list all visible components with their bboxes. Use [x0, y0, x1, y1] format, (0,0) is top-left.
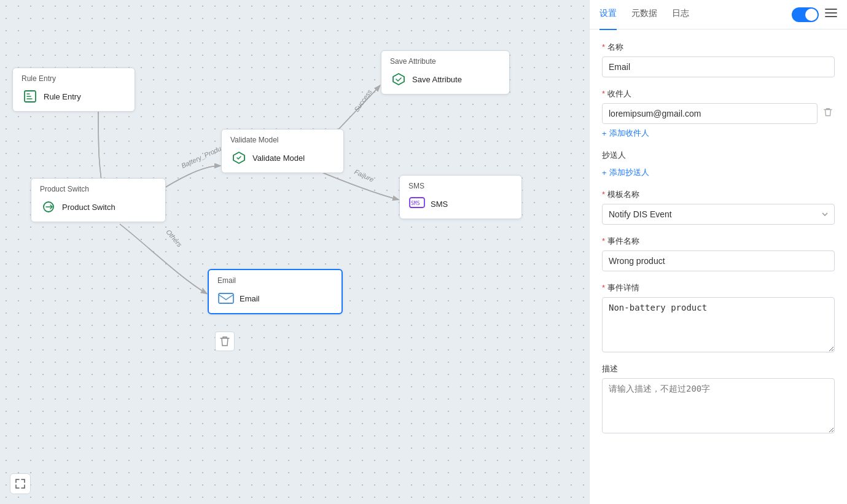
recipient-row: [602, 103, 835, 124]
recipient-input[interactable]: [602, 103, 818, 124]
edge-label-others: Others: [165, 228, 183, 248]
delete-recipient-button[interactable]: [821, 105, 835, 122]
node-sms-label: SMS: [431, 200, 448, 209]
node-save-attribute[interactable]: Save Attribute Save Attribute: [381, 50, 510, 95]
workflow-canvas: Battery_Product Success Failure Others R…: [0, 0, 589, 504]
add-cc-link[interactable]: + 添加抄送人: [602, 167, 649, 178]
node-save-attribute-title: Save Attribute: [390, 57, 501, 66]
name-input[interactable]: [602, 56, 835, 77]
node-validate-model[interactable]: Validate Model Validate Model: [221, 129, 344, 173]
name-label: *名称: [602, 42, 835, 53]
email-icon: [217, 290, 235, 307]
event-detail-label: *事件详情: [602, 282, 835, 293]
node-email-label: Email: [240, 294, 260, 303]
add-recipient-link[interactable]: + 添加收件人: [602, 128, 649, 139]
node-product-switch-title: Product Switch: [40, 185, 157, 193]
description-label: 描述: [602, 363, 835, 374]
edge-label-success: Success: [353, 88, 373, 114]
toggle-switch[interactable]: [792, 7, 819, 22]
form-group-cc: 抄送人 + 添加抄送人: [602, 150, 835, 178]
sms-icon: SMS: [408, 195, 426, 212]
cc-label: 抄送人: [602, 150, 835, 161]
node-product-switch[interactable]: Product Switch Product Switch: [31, 178, 166, 222]
node-email[interactable]: Email Email: [208, 269, 343, 314]
svg-rect-4: [219, 293, 233, 303]
template-label: *模板名称: [602, 189, 835, 200]
node-rule-entry-label: Rule Entry: [44, 92, 81, 101]
save-icon: [390, 71, 407, 88]
event-name-input[interactable]: [602, 250, 835, 271]
delete-email-button[interactable]: [215, 331, 235, 351]
expand-button[interactable]: [10, 473, 31, 494]
panel-tabs: 设置 元数据 日志: [590, 0, 847, 29]
menu-icon[interactable]: [825, 8, 837, 21]
form-group-description: 描述: [602, 363, 835, 433]
tab-settings[interactable]: 设置: [599, 0, 617, 30]
form-group-event-detail: *事件详情 Non-battery product: [602, 282, 835, 352]
node-validate-title: Validate Model: [230, 136, 335, 144]
edge-label-failure: Failure: [353, 168, 375, 183]
node-rule-entry[interactable]: Rule Entry Rule Entry: [12, 68, 135, 112]
right-panel: 设置 元数据 日志 *名称 *收件人: [589, 0, 847, 504]
form-group-template: *模板名称 Notify DIS Event: [602, 189, 835, 225]
form-group-recipient: *收件人 + 添加收件人: [602, 88, 835, 139]
template-select[interactable]: Notify DIS Event: [602, 204, 835, 225]
tab-metadata[interactable]: 元数据: [631, 0, 657, 30]
event-detail-textarea[interactable]: Non-battery product: [602, 297, 835, 352]
event-name-label: *事件名称: [602, 236, 835, 247]
node-email-title: Email: [217, 276, 333, 285]
settings-form: *名称 *收件人 + 添加收件人 抄送人: [590, 29, 847, 446]
form-group-name: *名称: [602, 42, 835, 77]
form-group-event-name: *事件名称: [602, 236, 835, 271]
validate-icon: [230, 149, 248, 166]
node-sms[interactable]: SMS SMS SMS: [399, 175, 522, 219]
node-rule-entry-title: Rule Entry: [21, 74, 126, 83]
node-product-switch-label: Product Switch: [62, 203, 115, 212]
node-save-attribute-label: Save Attribute: [412, 75, 462, 84]
svg-text:SMS: SMS: [411, 201, 420, 206]
description-textarea[interactable]: [602, 378, 835, 433]
tab-logs[interactable]: 日志: [672, 0, 689, 30]
recipient-label: *收件人: [602, 88, 835, 99]
rule-icon: [21, 88, 39, 105]
node-sms-title: SMS: [408, 182, 513, 190]
product-icon: [40, 198, 57, 215]
edge-label-battery: Battery_Product: [180, 142, 227, 169]
node-validate-label: Validate Model: [252, 153, 305, 163]
